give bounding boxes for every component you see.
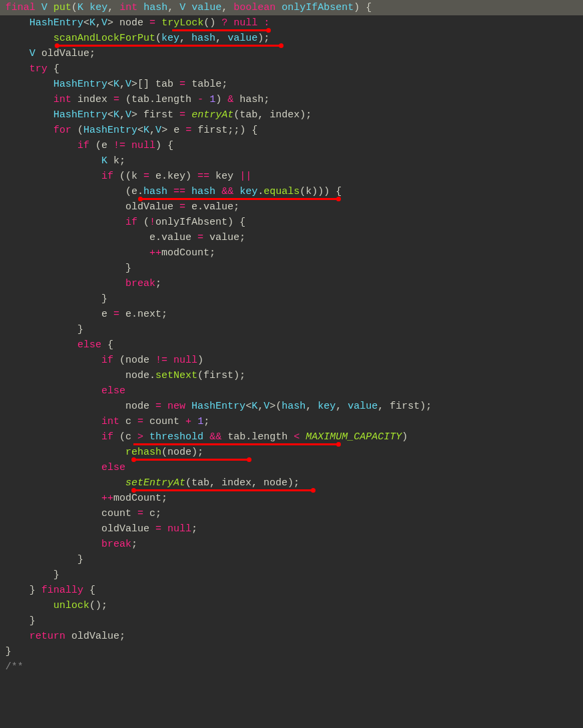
code-line: return oldValue; [5,629,583,644]
code-line: break; [5,276,583,291]
code-line: if (e != null) { [5,138,583,153]
code-line: node = new HashEntry<K,V>(hash, key, val… [5,399,583,414]
code-line: int index = (tab.length - 1) & hash; [5,92,583,107]
code-line: HashEntry<K,V>[] tab = table; [5,77,583,92]
code-line: } [5,261,583,276]
code-line: for (HashEntry<K,V> e = first;;) { [5,123,583,138]
code-line: else [5,460,583,475]
code-line: V oldValue; [5,46,583,61]
code-content: final V put(K key, int hash, V value, bo… [0,0,583,675]
code-line: oldValue = null; [5,521,583,537]
code-line: if (c > threshold && tab.length < MAXIMU… [5,429,583,445]
code-line: e = e.next; [5,307,583,322]
code-line: ++modCount; [5,245,583,261]
code-line: unlock(); [5,598,583,613]
code-line: } [5,613,583,629]
code-editor: final V put(K key, int hash, V value, bo… [0,0,583,675]
code-line: if (node != null) [5,353,583,368]
code-line: } finally { [5,583,583,598]
code-line: else [5,383,583,399]
code-line: K k; [5,153,583,169]
code-line: else { [5,337,583,353]
code-line: } [5,567,583,583]
code-line: HashEntry<K,V> first = entryAt(tab, inde… [5,107,583,123]
code-line: e.value = value; [5,230,583,245]
code-line: /** [5,659,583,675]
code-line: HashEntry<K,V> node = tryLock() ? null : [5,15,583,31]
code-line: break; [5,537,583,552]
code-line: int c = count + 1; [5,414,583,429]
code-line: try { [5,61,583,77]
code-line: setEntryAt(tab, index, node); [5,475,583,491]
code-line: count = c; [5,506,583,521]
code-line: final V put(K key, int hash, V value, bo… [5,0,583,15]
code-line: } [5,322,583,337]
code-line: } [5,291,583,307]
code-line: } [5,552,583,567]
code-line: ++modCount; [5,491,583,506]
code-line: scanAndLockForPut(key, hash, value); [5,31,583,46]
code-line: } [5,644,583,659]
code-line: if ((k = e.key) == key || [5,169,583,184]
code-line: (e.hash == hash && key.equals(k))) { [5,184,583,199]
code-line: rehash(node); [5,445,583,460]
code-line: node.setNext(first); [5,368,583,383]
code-line: if (!onlyIfAbsent) { [5,215,583,230]
code-line: oldValue = e.value; [5,199,583,215]
